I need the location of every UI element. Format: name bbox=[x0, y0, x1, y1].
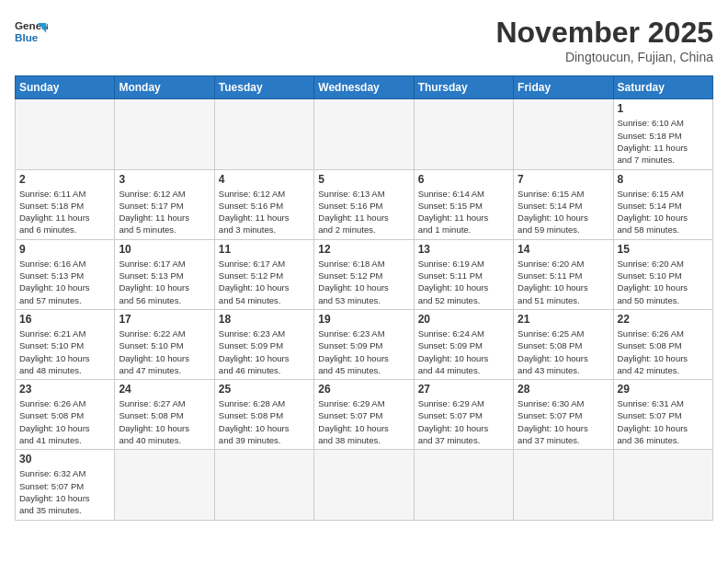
day-number: 16 bbox=[19, 313, 110, 326]
day-info: Sunrise: 6:26 AM Sunset: 5:08 PM Dayligh… bbox=[618, 327, 709, 376]
calendar-day-cell: 17Sunrise: 6:22 AM Sunset: 5:10 PM Dayli… bbox=[115, 309, 214, 379]
day-info: Sunrise: 6:12 AM Sunset: 5:17 PM Dayligh… bbox=[119, 188, 210, 236]
svg-text:Blue: Blue bbox=[15, 31, 39, 43]
day-number: 28 bbox=[518, 383, 609, 396]
calendar-day-cell: 23Sunrise: 6:26 AM Sunset: 5:08 PM Dayli… bbox=[16, 380, 115, 450]
day-number: 23 bbox=[19, 383, 110, 396]
calendar-day-cell: 30Sunrise: 6:32 AM Sunset: 5:07 PM Dayli… bbox=[16, 450, 115, 520]
calendar-day-cell: 14Sunrise: 6:20 AM Sunset: 5:11 PM Dayli… bbox=[514, 239, 613, 309]
day-info: Sunrise: 6:23 AM Sunset: 5:09 PM Dayligh… bbox=[219, 327, 310, 376]
calendar-day-cell: 13Sunrise: 6:19 AM Sunset: 5:11 PM Dayli… bbox=[414, 239, 513, 309]
day-info: Sunrise: 6:27 AM Sunset: 5:08 PM Dayligh… bbox=[119, 397, 210, 446]
day-info: Sunrise: 6:24 AM Sunset: 5:09 PM Dayligh… bbox=[418, 327, 509, 376]
weekday-header-row: SundayMondayTuesdayWednesdayThursdayFrid… bbox=[16, 76, 713, 99]
calendar-day-cell: 29Sunrise: 6:31 AM Sunset: 5:07 PM Dayli… bbox=[613, 380, 712, 450]
calendar-day-cell: 9Sunrise: 6:16 AM Sunset: 5:13 PM Daylig… bbox=[16, 239, 115, 309]
calendar-day-cell: 5Sunrise: 6:13 AM Sunset: 5:16 PM Daylig… bbox=[314, 169, 414, 239]
day-number: 1 bbox=[618, 102, 709, 115]
calendar-day-cell: 2Sunrise: 6:11 AM Sunset: 5:18 PM Daylig… bbox=[16, 169, 115, 239]
weekday-header: Sunday bbox=[16, 76, 115, 99]
day-number: 24 bbox=[119, 383, 210, 396]
month-title: November 2025 bbox=[495, 15, 713, 50]
calendar-day-cell: 26Sunrise: 6:29 AM Sunset: 5:07 PM Dayli… bbox=[314, 380, 414, 450]
day-number: 27 bbox=[418, 383, 509, 396]
day-number: 22 bbox=[618, 313, 709, 326]
day-number: 26 bbox=[318, 383, 409, 396]
logo: General Blue bbox=[15, 15, 48, 48]
day-number: 4 bbox=[219, 173, 310, 186]
day-info: Sunrise: 6:13 AM Sunset: 5:16 PM Dayligh… bbox=[318, 188, 409, 236]
day-info: Sunrise: 6:15 AM Sunset: 5:14 PM Dayligh… bbox=[618, 188, 709, 236]
calendar-day-cell: 6Sunrise: 6:14 AM Sunset: 5:15 PM Daylig… bbox=[414, 169, 513, 239]
calendar-week-row: 9Sunrise: 6:16 AM Sunset: 5:13 PM Daylig… bbox=[16, 239, 713, 309]
calendar-day-cell: 19Sunrise: 6:23 AM Sunset: 5:09 PM Dayli… bbox=[314, 309, 414, 379]
day-info: Sunrise: 6:14 AM Sunset: 5:15 PM Dayligh… bbox=[418, 188, 509, 236]
day-info: Sunrise: 6:31 AM Sunset: 5:07 PM Dayligh… bbox=[618, 397, 709, 446]
day-number: 20 bbox=[418, 313, 509, 326]
calendar-day-cell: 3Sunrise: 6:12 AM Sunset: 5:17 PM Daylig… bbox=[115, 169, 214, 239]
page-header: General Blue November 2025 Dingtoucun, F… bbox=[15, 15, 713, 64]
calendar-day-cell: 22Sunrise: 6:26 AM Sunset: 5:08 PM Dayli… bbox=[613, 309, 712, 379]
calendar-day-cell: 11Sunrise: 6:17 AM Sunset: 5:12 PM Dayli… bbox=[214, 239, 313, 309]
location: Dingtoucun, Fujian, China bbox=[495, 50, 713, 64]
calendar-day-cell: 20Sunrise: 6:24 AM Sunset: 5:09 PM Dayli… bbox=[414, 309, 513, 379]
day-number: 9 bbox=[19, 243, 110, 256]
weekday-header: Wednesday bbox=[314, 76, 414, 99]
day-number: 6 bbox=[418, 173, 509, 186]
calendar-day-cell: 21Sunrise: 6:25 AM Sunset: 5:08 PM Dayli… bbox=[514, 309, 613, 379]
calendar-day-cell: 1Sunrise: 6:10 AM Sunset: 5:18 PM Daylig… bbox=[613, 99, 712, 169]
day-number: 8 bbox=[618, 173, 709, 186]
calendar-day-cell: 24Sunrise: 6:27 AM Sunset: 5:08 PM Dayli… bbox=[115, 380, 214, 450]
calendar-day-cell: 28Sunrise: 6:30 AM Sunset: 5:07 PM Dayli… bbox=[514, 380, 613, 450]
day-info: Sunrise: 6:17 AM Sunset: 5:12 PM Dayligh… bbox=[219, 258, 310, 306]
day-number: 15 bbox=[618, 243, 709, 256]
day-info: Sunrise: 6:11 AM Sunset: 5:18 PM Dayligh… bbox=[19, 188, 110, 236]
logo-icon: General Blue bbox=[15, 15, 48, 48]
day-info: Sunrise: 6:12 AM Sunset: 5:16 PM Dayligh… bbox=[219, 188, 310, 236]
day-info: Sunrise: 6:21 AM Sunset: 5:10 PM Dayligh… bbox=[19, 327, 110, 376]
day-info: Sunrise: 6:25 AM Sunset: 5:08 PM Dayligh… bbox=[518, 327, 609, 376]
day-info: Sunrise: 6:29 AM Sunset: 5:07 PM Dayligh… bbox=[418, 397, 509, 446]
calendar-day-cell: 10Sunrise: 6:17 AM Sunset: 5:13 PM Dayli… bbox=[115, 239, 214, 309]
calendar-day-cell: 18Sunrise: 6:23 AM Sunset: 5:09 PM Dayli… bbox=[214, 309, 313, 379]
day-number: 18 bbox=[219, 313, 310, 326]
weekday-header: Thursday bbox=[414, 76, 513, 99]
day-info: Sunrise: 6:15 AM Sunset: 5:14 PM Dayligh… bbox=[518, 188, 609, 236]
calendar-day-cell bbox=[514, 99, 613, 169]
day-info: Sunrise: 6:28 AM Sunset: 5:08 PM Dayligh… bbox=[219, 397, 310, 446]
calendar-day-cell bbox=[414, 450, 513, 520]
day-info: Sunrise: 6:18 AM Sunset: 5:12 PM Dayligh… bbox=[318, 258, 409, 306]
calendar-day-cell bbox=[514, 450, 613, 520]
day-number: 5 bbox=[318, 173, 409, 186]
calendar-day-cell: 4Sunrise: 6:12 AM Sunset: 5:16 PM Daylig… bbox=[214, 169, 313, 239]
day-number: 2 bbox=[19, 173, 110, 186]
calendar-day-cell bbox=[115, 450, 214, 520]
day-info: Sunrise: 6:23 AM Sunset: 5:09 PM Dayligh… bbox=[318, 327, 409, 376]
day-info: Sunrise: 6:16 AM Sunset: 5:13 PM Dayligh… bbox=[19, 258, 110, 306]
day-info: Sunrise: 6:20 AM Sunset: 5:11 PM Dayligh… bbox=[518, 258, 609, 306]
calendar-day-cell: 8Sunrise: 6:15 AM Sunset: 5:14 PM Daylig… bbox=[613, 169, 712, 239]
day-number: 19 bbox=[318, 313, 409, 326]
calendar-week-row: 30Sunrise: 6:32 AM Sunset: 5:07 PM Dayli… bbox=[16, 450, 713, 520]
day-info: Sunrise: 6:29 AM Sunset: 5:07 PM Dayligh… bbox=[318, 397, 409, 446]
title-block: November 2025 Dingtoucun, Fujian, China bbox=[495, 15, 713, 64]
calendar-day-cell bbox=[214, 99, 313, 169]
calendar-day-cell: 25Sunrise: 6:28 AM Sunset: 5:08 PM Dayli… bbox=[214, 380, 313, 450]
calendar-day-cell: 27Sunrise: 6:29 AM Sunset: 5:07 PM Dayli… bbox=[414, 380, 513, 450]
calendar-day-cell: 16Sunrise: 6:21 AM Sunset: 5:10 PM Dayli… bbox=[16, 309, 115, 379]
weekday-header: Friday bbox=[514, 76, 613, 99]
calendar-day-cell bbox=[314, 450, 414, 520]
day-number: 11 bbox=[219, 243, 310, 256]
calendar-day-cell bbox=[115, 99, 214, 169]
day-number: 13 bbox=[418, 243, 509, 256]
day-number: 17 bbox=[119, 313, 210, 326]
day-number: 3 bbox=[119, 173, 210, 186]
day-info: Sunrise: 6:30 AM Sunset: 5:07 PM Dayligh… bbox=[518, 397, 609, 446]
day-info: Sunrise: 6:20 AM Sunset: 5:10 PM Dayligh… bbox=[618, 258, 709, 306]
day-info: Sunrise: 6:19 AM Sunset: 5:11 PM Dayligh… bbox=[418, 258, 509, 306]
calendar-week-row: 2Sunrise: 6:11 AM Sunset: 5:18 PM Daylig… bbox=[16, 169, 713, 239]
day-number: 7 bbox=[518, 173, 609, 186]
day-number: 30 bbox=[19, 453, 110, 465]
calendar-week-row: 16Sunrise: 6:21 AM Sunset: 5:10 PM Dayli… bbox=[16, 309, 713, 379]
day-number: 21 bbox=[518, 313, 609, 326]
